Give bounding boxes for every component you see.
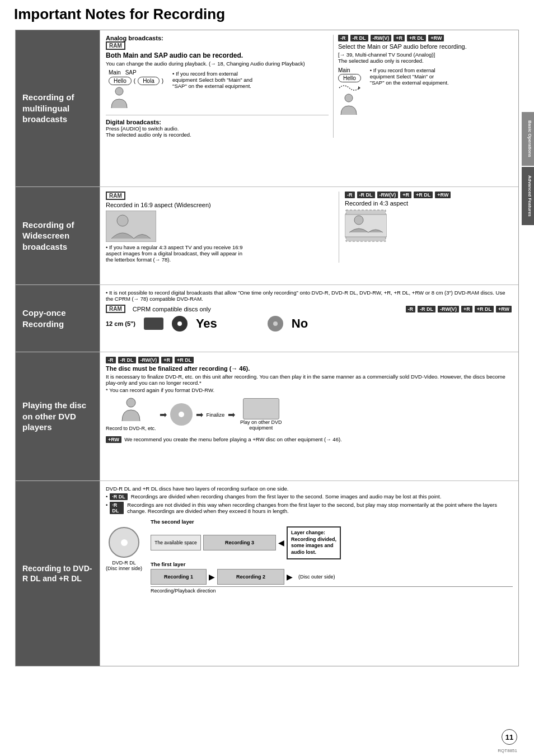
- ram-row: RAM: [106, 41, 329, 50]
- first-layer-label: The first layer: [151, 561, 513, 567]
- main-label2-wrap: Main Hello: [338, 67, 361, 118]
- section-content-playing: -R -R DL -RW(V) +R +R DL The disc must b…: [100, 352, 518, 480]
- analog-right: -R -R DL -RW(V) +R +R DL +RW Select the …: [334, 35, 513, 138]
- co-badge-rdl: -R DL: [418, 306, 435, 312]
- ext-note2: If you record from external equipment Se…: [366, 67, 449, 87]
- ram-badge: RAM: [106, 41, 125, 50]
- ws-ram-badge: RAM: [106, 192, 125, 200]
- badge-plusrw: +RW: [428, 35, 444, 41]
- right-sidebar: Basic Operations Advanced Features: [522, 112, 534, 225]
- sap-label: SAP: [125, 69, 137, 76]
- digital-title: Digital broadcasts:: [106, 119, 161, 125]
- flow-record-label: Record to DVD-R, etc.: [106, 426, 156, 431]
- main-box: Recording of multilingual broadcasts Ana…: [15, 30, 519, 666]
- disc-badges-row-multi: -R -R DL -RW(V) +R +R DL +RW: [338, 35, 513, 41]
- advanced-features-tab[interactable]: Advanced Features: [522, 167, 534, 225]
- section-label-widescreen: Recording of Widescreen broadcasts: [16, 187, 100, 284]
- basic-operations-tab[interactable]: Basic Operations: [522, 112, 534, 166]
- second-layer-label: The second layer: [151, 519, 513, 525]
- disc-icon-no: [268, 316, 283, 332]
- flow-player: Play on other DVD equipment: [238, 398, 283, 431]
- yes-text: Yes: [196, 316, 217, 331]
- disc-badges-row-play: -R -R DL -RW(V) +R +R DL: [106, 357, 513, 363]
- page-title: Important Notes for Recording: [11, 6, 523, 23]
- svg-point-4: [117, 215, 128, 226]
- digital-note2: The selected audio only is recorded.: [106, 132, 329, 138]
- ws-right-desc: Recorded in 4:3 aspect: [345, 200, 513, 207]
- disc-badges-row-ws: -R -R DL -RW(V) +R +R DL +RW: [345, 192, 513, 198]
- rw-badge: +RW: [106, 436, 121, 443]
- widescreen-left: RAM Recorded in 16:9 aspect (Widescreen)…: [106, 192, 339, 263]
- section-dvdrdl: Recording to DVD-R DL and +R DL DVD-R DL…: [16, 481, 518, 666]
- flow-disc: [170, 403, 193, 426]
- dvd-icon: [170, 403, 193, 426]
- section-content-multilingual: Analog broadcasts: RAM Both Main and SAP…: [100, 30, 518, 186]
- section-content-widescreen: RAM Recorded in 16:9 aspect (Widescreen)…: [100, 187, 518, 284]
- section-content-copy-once: • It is not possible to record digital b…: [100, 285, 518, 352]
- basic-tab-label: Basic Operations: [527, 120, 532, 157]
- section-label-playing: Playing the disc on other DVD players: [16, 352, 100, 480]
- inner-label: (Disc inner side): [106, 566, 142, 571]
- badge-plusr: +R: [394, 35, 405, 41]
- right-arrow2: ▶: [287, 572, 293, 581]
- external-note: If you record from external equipment Se…: [168, 71, 257, 90]
- section-playing: Playing the disc on other DVD players -R…: [16, 352, 518, 481]
- left-arrow: ◀: [278, 538, 284, 547]
- close-paren: ): [162, 78, 163, 84]
- ws-badge-plusr: +R: [400, 192, 411, 198]
- layer-chart-wrap: The second layer The available space Rec…: [151, 519, 513, 594]
- digital-note: Press [AUDIO] to switch audio.: [106, 125, 329, 132]
- person-icon-left: [109, 87, 130, 110]
- rec1-text: Recording 1: [164, 574, 193, 580]
- arrow2: ➡: [196, 409, 203, 420]
- rec1-box: Recording 1: [151, 569, 207, 585]
- section-label-copy-once: Copy-once Recording: [16, 285, 100, 352]
- play-badge-r: -R: [106, 357, 116, 363]
- ws-left-desc: Recorded in 16:9 aspect (Widescreen): [106, 202, 333, 208]
- disc-badges-row-co: -R -R DL -RW(V) +R +R DL +RW: [217, 306, 513, 312]
- co-badge-r: -R: [406, 306, 416, 312]
- audio-diagram: Main SAP Hello ( Hola ): [109, 69, 329, 111]
- ws-left-note2: aspect images from a digital broadcast, …: [106, 250, 333, 256]
- ws-badge-plusrw: +RW: [435, 192, 451, 198]
- right-arrow1: ▶: [209, 572, 215, 581]
- svg-point-0: [115, 87, 123, 95]
- yes-no-section: 12 cm (5") Yes No: [106, 316, 513, 332]
- badge-plusrdl: +R DL: [407, 35, 426, 41]
- svg-point-8: [127, 398, 135, 407]
- arrow1: ➡: [160, 409, 167, 420]
- dvd-player-icon: [243, 398, 279, 419]
- co-badge-plusr: +R: [461, 306, 472, 312]
- ws-badge-rdl: -R DL: [357, 192, 375, 198]
- ws-ram-badge-wrap: RAM: [106, 192, 333, 200]
- play-badge-plusr: +R: [161, 357, 172, 363]
- right-desc-multi: Select the Main or SAP audio before reco…: [338, 43, 513, 50]
- rqt-code: RQT8851: [498, 748, 517, 753]
- dvd-disc-icon: [109, 527, 139, 558]
- section-multilingual: Recording of multilingual broadcasts Ana…: [16, 30, 518, 187]
- digital-section: Digital broadcasts:: [106, 119, 329, 125]
- cprm-row: RAM CPRM compatible discs only -R -R DL …: [106, 305, 513, 313]
- rw-note: We recommend you create the menu before …: [124, 436, 342, 442]
- analog-title: Analog broadcasts:: [106, 35, 329, 41]
- rdl-note1: Recordings are divided when recording ch…: [131, 493, 441, 500]
- main-label2: Main: [338, 67, 361, 73]
- right-ref: [→ 39, Multi-channel TV Sound (Analog)]: [338, 52, 513, 58]
- svg-point-2: [345, 94, 353, 102]
- ram-desc: Both Main and SAP audio can be recorded.: [106, 52, 329, 59]
- ext-note-text: If you record from external equipment Se…: [172, 71, 257, 89]
- right-note-multi: The selected audio only is recorded.: [338, 58, 513, 64]
- page-container: Important Notes for Recording Recording …: [0, 0, 534, 756]
- hr1: [106, 115, 329, 115]
- widescreen-content: RAM Recorded in 16:9 aspect (Widescreen)…: [106, 192, 513, 263]
- co-badge-plusrw: +RW: [496, 306, 512, 312]
- no-text: No: [292, 316, 308, 331]
- flow-finalize-label: Finalize: [207, 412, 225, 418]
- advanced-tab-label: Advanced Features: [527, 175, 532, 217]
- arrow3: ➡: [228, 409, 235, 420]
- person-icon-right: [338, 94, 359, 117]
- flow-record: Record to DVD-R, etc.: [106, 398, 156, 431]
- disc-and-labels: DVD-R DL (Disc inner side): [106, 519, 142, 571]
- ws-badge-plusrdl: +R DL: [414, 192, 433, 198]
- card-icon: [144, 318, 163, 330]
